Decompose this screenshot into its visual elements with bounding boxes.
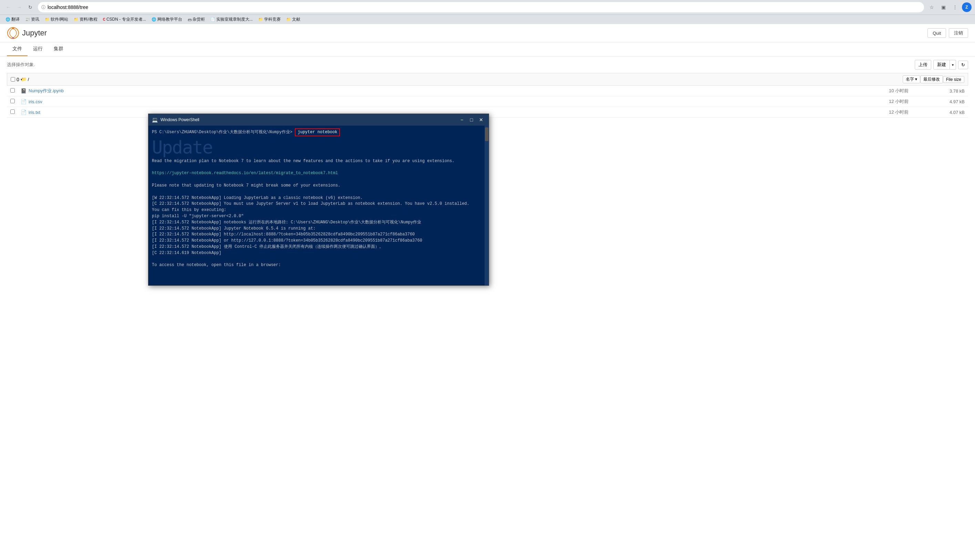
checkbox-iris-csv[interactable] [10,99,15,103]
bookmark-button[interactable]: ☆ [927,2,937,12]
bookmark-literature-label: 文献 [292,17,301,22]
bookmark-lab[interactable]: 📄 实验室规章制度大... [209,16,255,23]
ps-line-url: https://jupyter-notebook.readthedocs.io/… [152,170,481,176]
ps-line-token2: [I 22:32:14.572 NotebookApp] or http://1… [152,238,481,244]
sort-modified-button[interactable]: 最后修改 [920,75,943,83]
folder-icon-1: 📁 [45,17,50,22]
select-all-checkbox[interactable] [11,77,15,82]
bookmark-elearning[interactable]: 🌐 网络教学平台 [149,16,184,23]
file-table-header: 0 ▾ 📁 / 名字 ▾ 最后修改 File size [7,73,968,86]
refresh-button[interactable]: ↻ [25,2,35,12]
ps-close-button[interactable]: ✕ [477,116,485,123]
ps-scrollbar[interactable] [484,126,489,285]
file-size-numpy: 3.78 kB [930,88,965,93]
bookmark-misc[interactable]: 🗃 杂货柜 [185,16,207,23]
breadcrumb-text: / [28,77,29,82]
ps-line-token1: [I 22:32:14.572 NotebookApp] http://loca… [152,232,481,237]
tab-files[interactable]: 文件 [7,42,28,56]
ps-prompt-text: PS C:\Users\ZHUANG\Desktop\作业\大数据分析与可视化\… [152,130,292,135]
bookmark-resources[interactable]: 📁 资料/教程 [72,16,99,23]
ps-line-fix: You can fix this by executing: [152,207,481,213]
new-button[interactable]: 新建 [933,60,950,70]
notebook-icon: 📓 [21,88,27,93]
bookmark-resources-label: 资料/教程 [80,17,97,22]
ps-line-c1: [C 22:32:14.572 NotebookApp] You must us… [152,201,481,207]
bookmark-csdn-label: CSDN - 专业开发者... [107,17,146,22]
powershell-content[interactable]: PS C:\Users\ZHUANG\Desktop\作业\大数据分析与可视化\… [149,126,484,285]
bookmark-literature[interactable]: 📁 文献 [284,16,302,23]
quit-button[interactable]: Quit [927,28,946,38]
ps-line-control-c: [I 22:32:14.572 NotebookApp] 使用 Control-… [152,244,481,250]
menu-button[interactable]: ⋮ [950,2,960,12]
ps-line-local: [I 22:32:14.572 NotebookApp] notebooks 运… [152,220,481,225]
back-button[interactable]: ← [3,2,13,12]
bookmark-misc-label: 杂货柜 [192,17,205,22]
ps-line-blank4 [152,257,481,262]
elearning-icon: 🌐 [152,17,156,22]
svg-point-1 [12,27,14,29]
bookmark-csdn[interactable]: C CSDN - 专业开发者... [101,16,148,23]
file-modified-iris-txt: 12 小时前 [889,109,930,115]
ps-line-blank1 [152,165,481,170]
ps-line-migration: Read the migration plan to Notebook 7 to… [152,158,481,164]
select-all-area: 0 ▾ [11,77,21,82]
translate-icon: 🌐 [5,17,10,22]
extensions-button[interactable]: ▣ [938,2,948,12]
bookmark-news-label: 资讯 [31,17,39,22]
upload-button[interactable]: 上传 [915,60,931,70]
bookmark-lab-label: 实验室规章制度大... [216,17,253,22]
powershell-title: Windows PowerShell [160,117,455,122]
file-row-1: 📄 iris.csv 12 小时前 4.97 kB [7,97,968,107]
ps-line-blank3 [152,189,481,195]
bookmark-competition-label: 学科竞赛 [264,17,280,22]
file-browser-header: 选择操作对象. 上传 新建 ▾ ↻ [7,60,968,70]
file-link-numpy[interactable]: Numpy作业.ipynb [28,88,64,94]
jupyter-logo-text: Jupyter [22,28,47,38]
sort-name-button[interactable]: 名字 ▾ [903,75,920,83]
breadcrumb-icon: 📁 [21,77,27,82]
ps-prompt-line: PS C:\Users\ZHUANG\Desktop\作业\大数据分析与可视化\… [152,128,481,136]
competition-icon: 📁 [258,17,263,22]
address-bar[interactable]: ⓘ localhost:8888/tree [38,2,924,12]
ps-scrollbar-thumb [485,127,488,141]
bookmark-competition[interactable]: 📁 学科竞赛 [256,16,283,23]
bookmark-translate-label: 翻译 [12,17,20,22]
jupyter-header-actions: Quit 注销 [927,28,968,38]
ps-line-access: To access the notebook, open this file i… [152,262,481,268]
sort-size-button[interactable]: File size [943,76,964,83]
powershell-window-buttons: − □ ✕ [458,116,485,123]
file-link-iris-txt[interactable]: iris.txt [28,110,40,115]
file-link-iris-csv[interactable]: iris.csv [28,99,42,104]
file-checkbox-1 [10,99,21,104]
tab-clusters[interactable]: 集群 [48,42,69,56]
ps-line-warning: Please note that updating to Notebook 7 … [152,183,481,188]
csv-icon: 📄 [21,99,27,104]
refresh-files-button[interactable]: ↻ [958,61,968,69]
file-browser: 选择操作对象. 上传 新建 ▾ ↻ 0 ▾ 📁 / [0,57,975,121]
profile-button[interactable]: Z [962,2,972,12]
ps-minimize-button[interactable]: − [458,116,466,123]
folder-icon-2: 📁 [74,17,78,22]
news-icon: 📰 [25,17,30,22]
bookmark-elearning-label: 网络教学平台 [157,17,182,22]
new-button-dropdown[interactable]: ▾ [950,60,956,70]
jupyter-tabs: 文件 运行 集群 [0,42,975,57]
bookmark-software[interactable]: 📁 软件/网站 [43,16,70,23]
checkbox-iris-txt[interactable] [10,110,15,114]
logout-button[interactable]: 注销 [949,28,968,38]
svg-point-2 [12,37,14,38]
ps-line-w: [W 22:32:14.572 NotebookApp] Loading Jup… [152,195,481,201]
browser-chrome: ← → ↻ ⓘ localhost:8888/tree ☆ ▣ ⋮ Z 🌐 翻译… [0,0,975,24]
tab-running[interactable]: 运行 [28,42,48,56]
jupyter-header: Jupyter Quit 注销 [0,24,975,42]
new-button-group: 新建 ▾ [933,60,956,70]
file-row-0: 📓 Numpy作业.ipynb 10 小时前 3.78 kB [7,86,968,97]
checkbox-numpy[interactable] [10,88,15,93]
bookmark-translate[interactable]: 🌐 翻译 [3,16,22,23]
file-name-numpy: 📓 Numpy作业.ipynb [21,88,889,94]
ps-maximize-button[interactable]: □ [467,116,476,123]
bookmarks-bar: 🌐 翻译 📰 资讯 📁 软件/网站 📁 资料/教程 C CSDN - 专业开发者… [0,15,975,24]
bookmark-news[interactable]: 📰 资讯 [23,16,41,23]
csdn-icon: C [103,18,105,21]
forward-button[interactable]: → [15,2,24,12]
